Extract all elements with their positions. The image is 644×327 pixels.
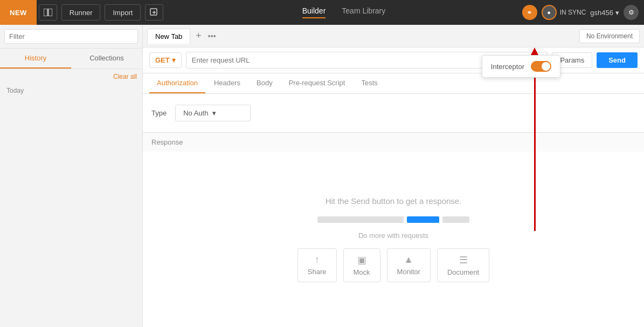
clear-all-link[interactable]: Clear all xyxy=(113,73,137,80)
compose-icon xyxy=(150,8,158,17)
mock-button[interactable]: ▣ Mock xyxy=(343,248,380,282)
new-button[interactable]: NEW xyxy=(0,0,37,25)
illus-bar-short xyxy=(442,216,469,223)
sync-status: ● IN SYNC xyxy=(542,5,586,20)
add-tab-button[interactable]: + xyxy=(192,30,205,42)
response-section-header: Response xyxy=(143,132,644,152)
toggle-knob xyxy=(542,62,550,71)
send-button[interactable]: Send xyxy=(597,52,638,68)
user-chevron: ▾ xyxy=(615,9,619,17)
monitor-button[interactable]: ▲ Monitor xyxy=(387,248,431,282)
sidebar: History Collections Clear all Today xyxy=(0,25,143,327)
auth-section: Type No Auth ▾ xyxy=(143,94,644,132)
document-label: Document xyxy=(447,268,479,276)
collections-tab[interactable]: Collections xyxy=(71,49,142,69)
interceptor-popup: Interceptor xyxy=(482,55,560,78)
mock-label: Mock xyxy=(354,268,370,276)
history-tab[interactable]: History xyxy=(0,49,71,69)
user-menu-button[interactable]: gsh456 ▾ xyxy=(590,9,619,17)
runner-button[interactable]: Runner xyxy=(61,4,101,21)
method-select[interactable]: GET ▾ xyxy=(149,52,182,68)
filter-input[interactable] xyxy=(4,29,138,44)
topbar-center: Builder Team Library xyxy=(165,6,522,18)
sync-label: IN SYNC xyxy=(560,9,586,16)
team-library-tab[interactable]: Team Library xyxy=(342,6,385,18)
tab-authorization[interactable]: Authorization xyxy=(149,73,205,93)
import-button[interactable]: Import xyxy=(105,4,141,21)
method-label: GET xyxy=(155,56,170,64)
filter-bar xyxy=(0,25,142,49)
auth-select-chevron: ▾ xyxy=(212,109,216,117)
topbar: NEW Runner Import Builder Team Library ⚭… xyxy=(0,0,644,25)
request-bar: GET ▾ Params Send xyxy=(143,47,644,73)
illus-bar-long xyxy=(317,216,404,223)
tab-headers[interactable]: Headers xyxy=(206,73,248,93)
request-tabs: Authorization Headers Body Pre-request S… xyxy=(143,73,644,94)
new-tab[interactable]: New Tab xyxy=(147,29,190,44)
tab-label: New Tab xyxy=(155,32,182,40)
document-icon: ☰ xyxy=(459,254,468,266)
svg-rect-1 xyxy=(49,9,52,16)
topbar-right: ⚭ ● IN SYNC gsh456 ▾ ⚙ xyxy=(522,5,639,20)
monitor-label: Monitor xyxy=(397,268,420,276)
no-environment-button[interactable]: No Environment xyxy=(579,29,640,43)
action-buttons: ↑ Share ▣ Mock ▲ Monitor ☰ Document xyxy=(297,248,489,282)
interceptor-toggle[interactable] xyxy=(531,61,551,72)
sync-spinner-icon[interactable]: ● xyxy=(542,5,557,20)
do-more-label: Do more with requests xyxy=(358,231,428,240)
sidebar-actions: Clear all xyxy=(0,69,142,84)
tab-bar: New Tab + ••• No Environment xyxy=(143,25,644,47)
no-auth-label: No Auth xyxy=(183,109,208,117)
share-label: Share xyxy=(308,268,327,276)
main-layout: History Collections Clear all Today New … xyxy=(0,25,644,327)
document-button[interactable]: ☰ Document xyxy=(437,248,489,282)
type-label: Type xyxy=(151,109,167,117)
tab-pre-request[interactable]: Pre-request Script xyxy=(281,73,353,93)
share-button[interactable]: ↑ Share xyxy=(297,248,337,282)
svg-rect-0 xyxy=(44,9,47,16)
layout-icon-button[interactable] xyxy=(39,4,57,21)
builder-tab[interactable]: Builder xyxy=(302,6,326,18)
mock-icon: ▣ xyxy=(357,254,366,266)
interceptor-label: Interceptor xyxy=(491,63,524,71)
layout-icon xyxy=(44,9,52,16)
tab-tests[interactable]: Tests xyxy=(354,73,385,93)
today-label: Today xyxy=(0,84,142,98)
content-area: New Tab + ••• No Environment GET ▾ Param… xyxy=(143,25,644,327)
satellite-icon[interactable]: ⚭ xyxy=(522,5,537,20)
user-name: gsh456 xyxy=(590,9,613,17)
settings-icon[interactable]: ⚙ xyxy=(624,5,639,20)
response-body: Hit the Send button to get a response. D… xyxy=(143,152,644,327)
auth-type-select[interactable]: No Auth ▾ xyxy=(175,105,251,121)
svg-rect-2 xyxy=(150,9,157,15)
method-chevron: ▾ xyxy=(172,56,176,64)
new-tab-icon-button[interactable] xyxy=(145,4,163,21)
response-message: Hit the Send button to get a response. xyxy=(326,196,462,206)
sidebar-tabs: History Collections xyxy=(0,49,142,69)
tab-right: No Environment xyxy=(579,29,640,43)
illus-bar-blue xyxy=(407,216,439,223)
monitor-icon: ▲ xyxy=(404,254,413,265)
more-tabs-button[interactable]: ••• xyxy=(205,32,219,40)
tab-body[interactable]: Body xyxy=(249,73,280,93)
share-icon: ↑ xyxy=(315,254,320,265)
response-illustration xyxy=(317,216,469,223)
